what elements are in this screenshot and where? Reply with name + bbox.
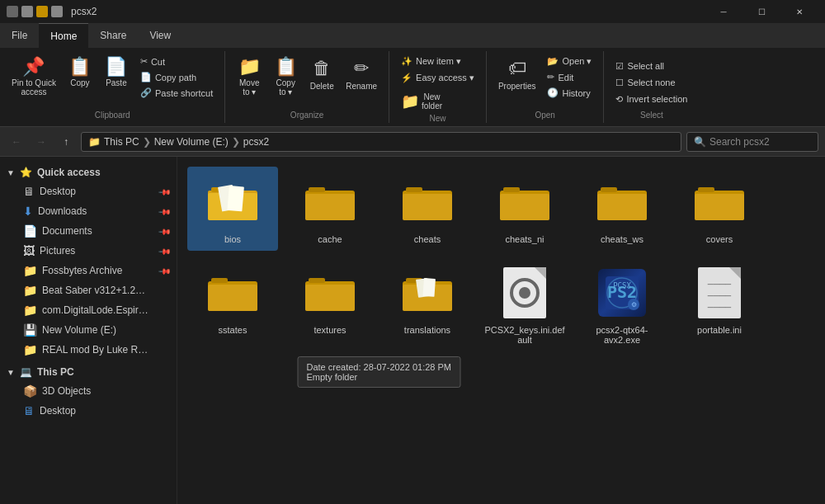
svg-rect-14 bbox=[500, 194, 549, 220]
breadcrumb-arrow-2: ❯ bbox=[232, 136, 240, 148]
new-label: New bbox=[429, 114, 446, 126]
open-icon: 📂 bbox=[547, 56, 559, 67]
ribbon-group-new: ✨ New item ▾ ⚡ Easy access ▾ 📁 New folde… bbox=[389, 51, 487, 123]
translations-folder-icon bbox=[398, 264, 456, 322]
history-button[interactable]: 🕐 History bbox=[542, 86, 596, 100]
sidebar-item-desktop-pc[interactable]: 🖥 Desktop bbox=[0, 401, 177, 421]
exe-file-icon: PS2 PCSX ⚙ bbox=[593, 264, 651, 322]
rename-button[interactable]: ✏ Rename bbox=[341, 54, 382, 94]
file-item-textures[interactable]: textures Date created: 28-07-2022 01:28 … bbox=[285, 257, 375, 351]
delete-button[interactable]: 🗑 Delete bbox=[304, 54, 339, 94]
svg-rect-8 bbox=[305, 194, 355, 220]
svg-text:⚙: ⚙ bbox=[631, 301, 637, 309]
sidebar-item-3d-objects[interactable]: 📦 3D Objects bbox=[0, 381, 177, 401]
file-item-bios[interactable]: bios bbox=[187, 167, 278, 251]
breadcrumb-volume[interactable]: New Volume (E:) bbox=[154, 136, 229, 148]
downloads-label: Downloads bbox=[38, 205, 87, 217]
downloads-pin: 📌 bbox=[158, 205, 172, 218]
paste-button[interactable]: 📄 Paste bbox=[99, 54, 134, 91]
file-item-exe[interactable]: PS2 PCSX ⚙ pcsx2-qtx64-avx2.exe bbox=[577, 257, 667, 351]
sidebar-item-desktop[interactable]: 🖥 Desktop 📌 bbox=[0, 181, 177, 201]
desktop-icon: 🖥 bbox=[23, 185, 35, 198]
copy-to-button[interactable]: 📋 Copy to ▾ bbox=[268, 54, 303, 100]
file-item-cheats[interactable]: cheats bbox=[382, 167, 473, 251]
sidebar-item-documents[interactable]: 📄 Documents 📌 bbox=[0, 221, 177, 241]
minimize-button[interactable]: ─ bbox=[705, 0, 742, 23]
address-path[interactable]: 📁 This PC ❯ New Volume (E:) ❯ pcsx2 bbox=[81, 132, 681, 152]
tab-share[interactable]: Share bbox=[88, 23, 138, 48]
sidebar-item-realmod[interactable]: 📁 REAL mod By Luke Ross bbox=[0, 340, 177, 360]
back-button[interactable]: ← bbox=[7, 132, 26, 152]
delete-icon: 🗑 bbox=[313, 58, 331, 79]
properties-button[interactable]: 🏷 Properties bbox=[493, 54, 541, 94]
tab-view[interactable]: View bbox=[138, 23, 182, 48]
breadcrumb-this-pc[interactable]: This PC bbox=[104, 136, 139, 148]
select-none-button[interactable]: ☐ Select none bbox=[610, 76, 680, 90]
file-item-translations[interactable]: translations bbox=[382, 257, 473, 351]
move-to-button[interactable]: 📁 Move to ▾ bbox=[232, 54, 266, 100]
sidebar-item-digitallode[interactable]: 📁 com.DigitalLode.Espire1 bbox=[0, 300, 177, 320]
paste-shortcut-button[interactable]: 🔗 Paste shortcut bbox=[135, 86, 218, 100]
file-item-pcsx2-keys[interactable]: PCSX2_keys.ini.default bbox=[479, 257, 570, 351]
easy-access-button[interactable]: ⚡ Easy access ▾ bbox=[396, 71, 479, 85]
sidebar-item-beatsaber[interactable]: 📁 Beat Saber v312+1.21.0 -FF▸ bbox=[0, 280, 177, 300]
copy-button[interactable]: 📋 Copy bbox=[63, 54, 97, 91]
sidebar-this-pc-header[interactable]: ▼ 💻 This PC bbox=[0, 363, 177, 381]
move-icon: 📁 bbox=[238, 58, 261, 76]
sidebar-item-fossbytes[interactable]: 📁 Fossbytes Archive 📌 bbox=[0, 261, 177, 280]
file-item-cheats-ni[interactable]: cheats_ni bbox=[479, 167, 570, 251]
tab-file[interactable]: File bbox=[0, 23, 39, 48]
search-box[interactable]: 🔍 Search pcsx2 bbox=[686, 132, 818, 152]
sidebar-item-downloads[interactable]: ⬇ Downloads 📌 bbox=[0, 201, 177, 221]
svg-rect-23 bbox=[208, 285, 257, 311]
copy-icon: 📋 bbox=[68, 58, 91, 76]
file-item-cheats-ws[interactable]: cheats_ws bbox=[577, 167, 667, 251]
exe-label: pcsx2-qtx64-avx2.exe bbox=[581, 325, 663, 345]
tab-home[interactable]: Home bbox=[39, 23, 88, 48]
sidebar-quick-access-header[interactable]: ▼ ⭐ Quick access bbox=[0, 163, 177, 181]
newvolume-icon: 💾 bbox=[23, 323, 37, 337]
pin-icon: 📌 bbox=[22, 58, 45, 76]
copy-path-icon: 📄 bbox=[140, 72, 152, 82]
maximize-button[interactable]: ☐ bbox=[742, 0, 780, 23]
breadcrumb-pcsx2[interactable]: pcsx2 bbox=[243, 136, 269, 148]
open-button[interactable]: 📂 Open ▾ bbox=[542, 54, 596, 68]
file-item-covers[interactable]: covers bbox=[674, 167, 765, 251]
file-item-portable-ini[interactable]: ──── ──── ──── portable.ini bbox=[674, 257, 765, 351]
pin-to-quick-access-button[interactable]: 📌 Pin to Quick access bbox=[7, 54, 61, 100]
tooltip-date: Date created: 28-07-2022 01:28 PM bbox=[306, 362, 451, 372]
svg-rect-16 bbox=[601, 187, 617, 192]
invert-selection-icon: ⟲ bbox=[615, 94, 623, 105]
cheats-ni-folder-icon bbox=[496, 173, 554, 231]
pcsx2-keys-label: PCSX2_keys.ini.default bbox=[483, 325, 566, 345]
svg-rect-25 bbox=[309, 278, 325, 283]
cheats-ws-label: cheats_ws bbox=[601, 234, 644, 244]
clipboard-label: Clipboard bbox=[95, 111, 130, 123]
select-all-button[interactable]: ☑ Select all bbox=[610, 59, 669, 73]
sidebar-item-pictures[interactable]: 🖼 Pictures 📌 bbox=[0, 241, 177, 261]
new-folder-button[interactable]: 📁 New folder bbox=[396, 89, 447, 114]
desktop-label: Desktop bbox=[40, 186, 76, 197]
svg-rect-20 bbox=[695, 194, 744, 220]
copy-path-button[interactable]: 📄 Copy path bbox=[135, 70, 218, 84]
realmod-label: REAL mod By Luke Ross bbox=[42, 344, 149, 356]
open-small-buttons: 📂 Open ▾ ✏ Edit 🕐 History bbox=[542, 54, 596, 100]
svg-rect-31 bbox=[422, 278, 436, 297]
up-button[interactable]: ↑ bbox=[56, 132, 76, 152]
cut-button[interactable]: ✂ Cut bbox=[135, 54, 218, 68]
translations-label: translations bbox=[404, 325, 450, 335]
file-item-sstates[interactable]: sstates bbox=[187, 257, 278, 351]
ribbon-group-select: ☑ Select all ☐ Select none ⟲ Invert sele… bbox=[604, 51, 699, 123]
bios-folder-icon bbox=[204, 173, 262, 231]
file-item-cache[interactable]: cache bbox=[285, 167, 375, 251]
search-icon: 🔍 bbox=[694, 136, 706, 148]
new-item-button[interactable]: ✨ New item ▾ bbox=[396, 54, 466, 68]
forward-button[interactable]: → bbox=[31, 132, 51, 152]
sidebar-item-newvolume[interactable]: 💾 New Volume (E:) bbox=[0, 320, 177, 340]
close-button[interactable]: ✕ bbox=[780, 0, 818, 23]
invert-selection-button[interactable]: ⟲ Invert selection bbox=[610, 92, 692, 106]
cheats-ws-folder-icon bbox=[593, 173, 651, 231]
tooltip-empty: Empty folder bbox=[306, 372, 451, 382]
edit-button[interactable]: ✏ Edit bbox=[542, 70, 596, 84]
svg-text:PCSX: PCSX bbox=[613, 281, 631, 290]
